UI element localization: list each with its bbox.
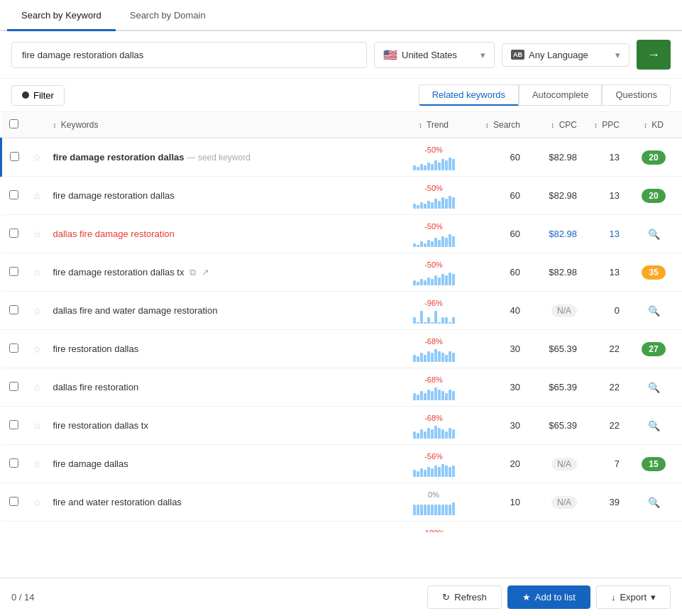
row-trend-cell: -50% <box>391 177 476 215</box>
bar <box>427 428 430 439</box>
bar <box>445 431 448 439</box>
tab-search-domain[interactable]: Search by Domain <box>116 0 220 31</box>
mini-chart <box>397 501 471 515</box>
star-icon[interactable]: ☆ <box>33 305 42 317</box>
table-row: ☆dallas fire restoration-68% 30$65.3922🔍 <box>1 368 683 407</box>
copy-icon[interactable]: ⧉ <box>189 267 196 277</box>
tab-related-keywords[interactable]: Related keywords <box>419 84 519 106</box>
star-icon[interactable]: ☆ <box>33 497 42 508</box>
bar <box>427 317 430 324</box>
tab-search-keyword[interactable]: Search by Keyword <box>7 0 116 31</box>
bar <box>452 391 455 400</box>
bar <box>449 505 451 515</box>
row-keyword-cell: dallas fire restoration <box>48 368 392 407</box>
star-icon[interactable]: ☆ <box>33 458 42 470</box>
header-search[interactable]: ↕ Search <box>476 112 526 138</box>
footer: 0 / 14 ↻ Refresh ★ Add to list ↓ Export … <box>0 578 682 616</box>
row-checkbox[interactable] <box>9 267 18 276</box>
country-select[interactable]: 🇺🇸 United States ▾ <box>374 42 495 68</box>
row-checkbox[interactable] <box>9 382 18 391</box>
row-checkbox-cell <box>1 177 27 215</box>
tab-questions[interactable]: Questions <box>602 84 671 106</box>
row-search-cell: 10 <box>476 483 526 522</box>
search-button[interactable]: → <box>637 40 671 70</box>
row-checkbox[interactable] <box>9 343 18 353</box>
row-checkbox[interactable] <box>9 305 18 314</box>
bar <box>417 433 419 439</box>
star-icon[interactable]: ☆ <box>33 382 42 393</box>
filter-bar: Filter Related keywords Autocomplete Que… <box>0 79 682 112</box>
bar <box>424 165 427 170</box>
bar <box>427 240 430 247</box>
row-checkbox-cell <box>1 253 27 292</box>
bar <box>427 505 430 515</box>
keyword-link[interactable]: dallas fire damage restoration <box>53 229 175 239</box>
bar <box>420 164 423 170</box>
bar <box>424 243 427 247</box>
bar <box>424 505 427 515</box>
row-keyword[interactable]: dallas fire damage restoration <box>53 229 175 239</box>
row-search-cell: 30 <box>476 330 526 368</box>
star-icon[interactable]: ☆ <box>33 267 42 278</box>
add-to-list-button[interactable]: ★ Add to list <box>507 585 590 609</box>
star-icon[interactable]: ☆ <box>33 190 42 202</box>
row-search-cell: 30 <box>476 368 526 407</box>
bar <box>445 160 448 170</box>
row-keyword: dallas fire restoration <box>53 382 139 392</box>
bar <box>434 275 437 285</box>
language-label: Any Language <box>529 50 588 60</box>
star-icon[interactable]: ☆ <box>33 420 42 431</box>
row-star-cell: ☆ <box>27 445 48 483</box>
table-row: ☆fire damage restoration dallas tx ⧉ ↗-5… <box>1 253 683 292</box>
row-checkbox[interactable] <box>9 229 18 238</box>
table-row: ☆fire damage restoration dallas— seed ke… <box>1 138 683 177</box>
row-checkbox-cell <box>1 407 27 445</box>
header-keywords[interactable]: ↕ Keywords <box>48 112 392 138</box>
keyword-input[interactable] <box>11 42 367 68</box>
header-checkbox-col[interactable] <box>1 112 27 138</box>
header-cpc[interactable]: ↕ CPC <box>526 112 583 138</box>
bar <box>413 204 416 209</box>
star-icon[interactable]: ☆ <box>33 152 42 163</box>
bar <box>431 202 434 209</box>
filter-button[interactable]: Filter <box>11 85 65 106</box>
row-checkbox-cell <box>1 483 27 522</box>
language-select[interactable]: AB Any Language ▾ <box>502 43 629 67</box>
bar <box>420 311 423 324</box>
row-star-cell: ☆ <box>27 292 48 330</box>
header-kd[interactable]: ↕ KD <box>625 112 682 138</box>
bar <box>438 240 441 247</box>
footer-count: 0 / 14 <box>11 592 35 603</box>
header-ppc[interactable]: ↕ PPC <box>583 112 625 138</box>
row-cpc-value: N/A <box>551 496 577 509</box>
row-checkbox[interactable] <box>9 190 18 199</box>
bar <box>438 505 441 515</box>
row-keyword: fire damage restoration dallas <box>53 190 175 201</box>
export-button[interactable]: ↓ Export ▾ <box>596 585 671 609</box>
row-checkbox[interactable] <box>9 497 18 506</box>
row-checkbox[interactable] <box>9 458 18 468</box>
bar <box>441 353 444 362</box>
row-kd-cell: 🔍 <box>625 215 682 253</box>
bar <box>424 280 427 285</box>
select-all-checkbox[interactable] <box>9 119 18 128</box>
table-row: ☆dallas fire and water damage restoratio… <box>1 292 683 330</box>
row-search-cell: 40 <box>476 292 526 330</box>
star-icon[interactable]: ☆ <box>33 343 42 355</box>
refresh-button[interactable]: ↻ Refresh <box>427 585 502 609</box>
bar <box>445 466 448 477</box>
star-icon[interactable]: ☆ <box>33 229 42 240</box>
link-icon[interactable]: ↗ <box>202 267 209 277</box>
tab-autocomplete[interactable]: Autocomplete <box>519 84 603 106</box>
bar <box>452 317 455 324</box>
row-kd-cell: 🔍 <box>625 483 682 522</box>
bar <box>424 204 427 209</box>
bar <box>427 351 430 362</box>
language-icon: AB <box>511 50 524 60</box>
header-trend[interactable]: ↕ Trend <box>391 112 476 138</box>
bar <box>438 322 441 324</box>
bar <box>434 160 437 170</box>
row-checkbox[interactable] <box>10 152 19 161</box>
row-checkbox[interactable] <box>9 420 18 429</box>
row-cpc-value: N/A <box>551 304 577 317</box>
